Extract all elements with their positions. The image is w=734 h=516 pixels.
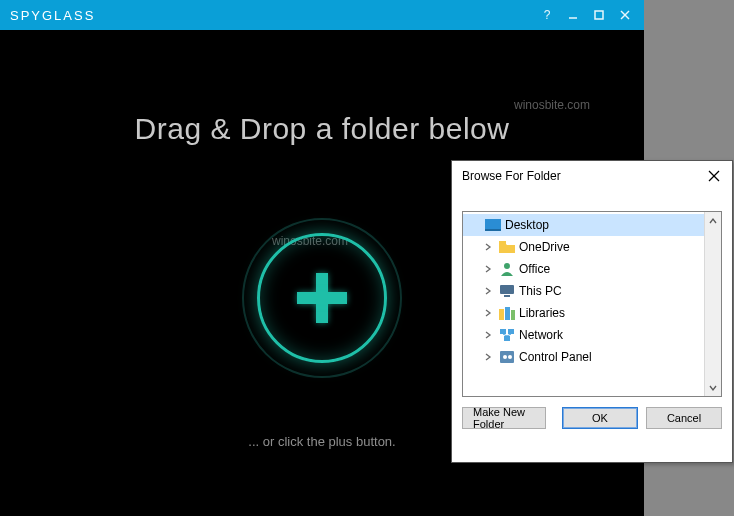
folder-icon [499,239,515,255]
cancel-button[interactable]: Cancel [646,407,722,429]
tree-item-libraries[interactable]: Libraries [463,302,704,324]
titlebar[interactable]: SPYGLASS ? [0,0,644,30]
expander-icon[interactable] [481,262,495,276]
hint-text: ... or click the plus button. [248,434,395,449]
libraries-icon [499,305,515,321]
desktop-icon [485,217,501,233]
svg-point-9 [504,263,510,269]
tree-item-this-pc[interactable]: This PC [463,280,704,302]
folder-tree: DesktopOneDriveOfficeThis PCLibrariesNet… [462,211,722,397]
maximize-button[interactable] [586,4,612,26]
heading: Drag & Drop a folder below [135,112,510,146]
expander-icon [467,218,481,232]
tree-item-office[interactable]: Office [463,258,704,280]
plus-icon [297,273,347,323]
expander-icon[interactable] [481,240,495,254]
tree-scrollbar[interactable] [704,212,721,396]
expander-icon[interactable] [481,306,495,320]
make-new-folder-button[interactable]: Make New Folder [462,407,546,429]
svg-line-18 [503,334,507,336]
svg-rect-10 [500,285,514,294]
tree-item-onedrive[interactable]: OneDrive [463,236,704,258]
folder-tree-list[interactable]: DesktopOneDriveOfficeThis PCLibrariesNet… [463,212,704,396]
window-controls: ? [534,4,638,26]
tree-item-network[interactable]: Network [463,324,704,346]
dialog-button-row: Make New Folder OK Cancel [452,397,732,439]
user-icon [499,261,515,277]
svg-rect-15 [500,329,506,334]
svg-rect-11 [504,295,510,297]
pc-icon [499,283,515,299]
svg-rect-17 [504,336,510,341]
dialog-title: Browse For Folder [462,169,561,183]
scroll-up-button[interactable] [705,212,721,229]
tree-item-label: OneDrive [519,240,570,254]
browse-folder-dialog[interactable]: Browse For Folder DesktopOneDriveOfficeT… [451,160,733,463]
expander-icon[interactable] [481,350,495,364]
tree-item-label: Control Panel [519,350,592,364]
minimize-button[interactable] [560,4,586,26]
svg-line-19 [507,334,511,336]
tree-item-label: Network [519,328,563,342]
app-title: SPYGLASS [10,8,95,23]
watermark: winosbite.com [514,98,590,112]
svg-point-21 [503,355,507,359]
network-icon [499,327,515,343]
svg-rect-16 [508,329,514,334]
expander-icon[interactable] [481,284,495,298]
control-icon [499,349,515,365]
svg-rect-1 [595,11,603,19]
dialog-close-button[interactable] [704,166,724,186]
svg-rect-7 [485,229,501,231]
tree-item-desktop[interactable]: Desktop [463,214,704,236]
svg-rect-8 [499,241,506,244]
svg-rect-6 [485,219,501,229]
tree-item-label: Libraries [519,306,565,320]
tree-item-label: Desktop [505,218,549,232]
scroll-down-button[interactable] [705,379,721,396]
svg-rect-12 [499,309,504,320]
ok-button[interactable]: OK [562,407,638,429]
tree-item-label: Office [519,262,550,276]
svg-point-22 [508,355,512,359]
add-folder-button[interactable] [242,218,402,378]
svg-rect-13 [505,307,510,320]
dialog-titlebar[interactable]: Browse For Folder [452,161,732,191]
tree-item-control-panel[interactable]: Control Panel [463,346,704,368]
tree-item-label: This PC [519,284,562,298]
svg-rect-14 [511,310,515,320]
expander-icon[interactable] [481,328,495,342]
help-button[interactable]: ? [534,4,560,26]
close-button[interactable] [612,4,638,26]
